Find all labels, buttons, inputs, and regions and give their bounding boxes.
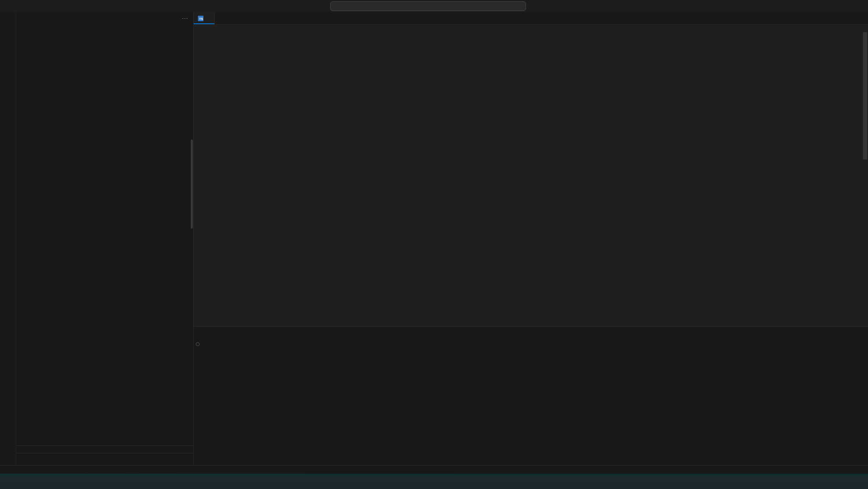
vscode-window: ··· TS — [0, 0, 868, 474]
tab-faqschema[interactable]: TS — [194, 12, 215, 24]
timeline-section[interactable] — [16, 453, 193, 461]
breadcrumb[interactable] — [194, 24, 868, 32]
windows-taskbar — [0, 475, 868, 489]
open-editors-section[interactable] — [16, 24, 193, 31]
code-editor[interactable] — [194, 32, 868, 327]
vscode-logo-icon[interactable] — [4, 3, 12, 10]
tab-bar: TS — [194, 12, 868, 25]
status-bar — [0, 465, 868, 474]
sidebar-scrollbar[interactable] — [191, 140, 193, 229]
editor-scrollbar[interactable] — [862, 32, 868, 327]
explorer-actions-icon[interactable]: ··· — [182, 16, 189, 21]
typescript-file-icon: TS — [198, 16, 203, 21]
file-tree — [16, 52, 193, 446]
forward-icon[interactable] — [321, 3, 328, 10]
desktop: ··· TS — [0, 0, 868, 489]
activity-bar — [0, 12, 16, 466]
titlebar — [0, 0, 868, 13]
terminal[interactable] — [194, 339, 868, 466]
outline-section[interactable] — [16, 445, 193, 453]
bottom-panel — [194, 326, 868, 466]
explorer-sidebar: ··· — [16, 12, 194, 466]
project-root-section[interactable] — [16, 31, 193, 39]
command-decoration-icon[interactable] — [196, 342, 200, 346]
command-center-search[interactable] — [330, 1, 526, 11]
back-icon[interactable] — [312, 3, 318, 10]
